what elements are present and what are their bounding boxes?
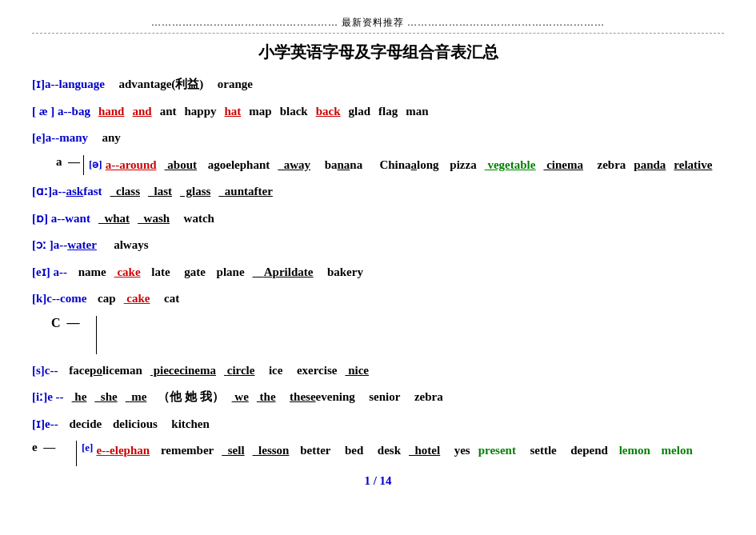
phonetic-ie: [ɪ]e-- [32,414,58,435]
word-lesson: lesson [253,441,290,461]
word-cake-c: cake [124,289,150,309]
word-zebra-a: zebra [591,155,626,176]
word-circle: circle [224,361,254,381]
phonetic-kc: [k]c--come [32,289,86,309]
banner-text: 最新资料推荐 [342,17,404,28]
word-glad: glad [349,102,371,122]
word-bed: bed [338,441,363,461]
line-oo-a: [ɔː ]a--water always [32,235,724,256]
word-cat: cat [158,289,179,309]
word-hat: hat [225,102,242,122]
word-and: and [132,102,151,122]
word-gate: gate [178,262,206,283]
word-auntafter: auntafter [218,182,273,202]
word-depend: depend [565,441,608,461]
word-banana: banana [318,155,362,176]
word-always: always [105,235,149,256]
line-iie: [iː]e -- he she me （他 她 我） we the thesee… [32,387,724,408]
word-ant: ant [160,102,177,122]
line-kc: [k]c--come cap cake cat [32,289,724,309]
label-e: e — [32,441,55,454]
label-ae-bracket: [ə] [89,155,102,176]
word-happy: happy [184,102,216,122]
word-cake: cake [114,262,141,283]
line-sc: [s]c-- facepoliceman piececinema circle … [32,361,724,381]
phonetic-iie: [iː]e -- [32,387,64,408]
word-about: about [165,155,197,176]
word-glass: glass [180,182,210,202]
word-advantage: advantage(利益) [113,74,203,95]
word-flag: flag [378,102,398,122]
line-ea: [e]a--many any [32,128,724,149]
word-away: away [278,155,310,176]
line-alpha-a: [ɑː]a--askfast class last glass auntafte… [32,182,724,202]
line-c-container: C — [32,316,724,354]
word-man: man [406,102,428,122]
word-watch: watch [178,209,214,230]
word-me: me [126,387,147,408]
word-relative: relative [674,155,712,176]
banner-dots-left: ……………………………………………… [151,17,338,28]
line-ae: [ æ ] a--bag hand and ant happy hat map … [32,102,724,122]
word-theseevening: theseevening [284,387,355,408]
word-what: what [98,209,130,230]
banner-dots-right: ………………………………………………… [407,17,605,28]
vert-bar-e [76,441,77,466]
word-hand: hand [98,102,125,122]
line-a-around-container: a — [ə] a--around about agoelephant away… [32,155,724,176]
top-banner: ……………………………………………… 最新资料推荐 ……………………………………… [32,16,724,34]
phonetic-ae: [ æ ] a--bag [32,102,90,122]
word-plane: plane [214,262,245,283]
word-zebra-e: zebra [408,387,442,408]
word-e-sub: e--elephan [96,441,150,461]
word-sell: sell [222,441,244,461]
word-we: we [232,387,249,408]
word-any: any [96,128,121,149]
phonetic-ea: [e]a--many [32,128,88,149]
word-senior: senior [363,387,401,408]
word-bakery: bakery [321,262,363,283]
word-remember: remember [158,441,214,461]
word-lemon: lemon [616,441,650,461]
word-the: the [257,387,276,408]
line-ei-a: [eɪ] a-- name cake late gate plane April… [32,262,724,283]
word-name: name [75,262,106,283]
page: ……………………………………………… 最新资料推荐 ……………………………………… [0,0,756,535]
word-panda: panda [634,155,666,176]
word-settle: settle [524,441,557,461]
main-title: 小学英语字母及字母组合音表汇总 [32,42,724,63]
word-cinema: cinema [543,155,583,176]
word-better: better [297,441,330,461]
phonetic-ei: [eɪ] a-- [32,262,67,283]
line-e-container: e — [e] e--elephan remember sell lesson … [32,441,724,466]
word-orange: orange [211,74,253,95]
page-number: 1 / 14 [32,474,724,488]
word-exercise: exercise [290,361,337,381]
word-face: facepoliceman [66,361,142,381]
word-back: back [316,102,341,122]
word-vegetable: vegetable [485,155,536,176]
word-yes: yes [448,441,470,461]
line-e-words: e--elephan remember sell lesson better b… [96,441,700,461]
page-num-text: 1 / 14 [364,474,391,487]
word-class: class [110,182,141,202]
word-cap: cap [94,289,115,309]
vert-bar-c [96,316,97,354]
word-delicious: delicious [110,414,158,435]
word-late: late [149,262,170,283]
line-ia: [ɪ]a--language advantage(利益) orange [32,74,724,95]
line-o-a: [ɒ] a--want what wash watch [32,209,724,230]
word-aprildate: Aprildate [253,262,314,283]
label-c: C — [32,316,80,330]
word-piececinema: piececinema [150,361,216,381]
word-black: black [280,102,308,122]
word-wash: wash [138,209,170,230]
word-decide: decide [66,414,102,435]
word-last: last [148,182,172,202]
phonetic-oo: [ɔː ]a--water [32,235,97,256]
word-pizza: pizza [447,155,477,176]
word-a-around: a--around [106,155,157,176]
line-a-words: a--around about agoelephant away banana … [106,155,721,176]
label-a: a — [56,155,80,169]
word-present: present [478,441,516,461]
